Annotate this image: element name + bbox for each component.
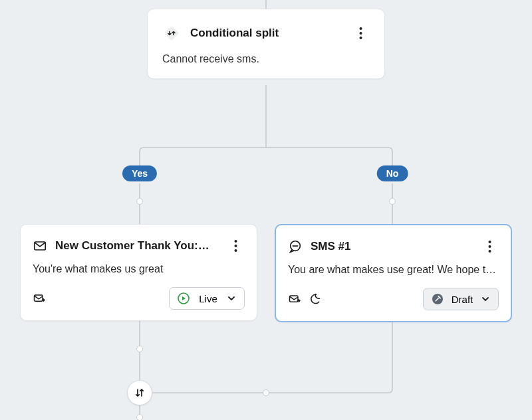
svg-point-20 xyxy=(488,241,491,243)
svg-point-12 xyxy=(359,37,362,39)
svg-point-14 xyxy=(234,240,237,243)
email-preview-text: You're what makes us great xyxy=(33,263,245,275)
smart-send-icon xyxy=(288,292,301,306)
chevron-down-icon xyxy=(227,294,236,303)
sms-icon xyxy=(288,239,303,254)
email-title: New Customer Thank You:… xyxy=(55,239,218,253)
svg-point-16 xyxy=(234,249,237,252)
branch-label-yes: Yes xyxy=(122,165,157,181)
email-more-button[interactable] xyxy=(226,237,245,255)
connector-dot xyxy=(263,389,269,396)
svg-point-11 xyxy=(359,32,362,35)
svg-point-15 xyxy=(234,245,237,247)
email-status-label: Live xyxy=(196,293,220,304)
svg-rect-23 xyxy=(290,296,299,302)
sms-status-select[interactable]: Draft xyxy=(423,288,499,310)
svg-point-10 xyxy=(359,27,362,30)
connector-dot xyxy=(136,346,143,352)
status-live-icon xyxy=(178,292,190,304)
merge-icon xyxy=(134,387,146,399)
more-vertical-icon xyxy=(234,239,237,253)
svg-rect-17 xyxy=(35,295,43,301)
svg-rect-9 xyxy=(164,26,180,41)
sms-title: SMS #1 xyxy=(311,240,472,253)
svg-point-21 xyxy=(488,245,491,248)
connector-dot xyxy=(136,198,143,205)
branch-label-no: No xyxy=(377,165,408,181)
email-node[interactable]: New Customer Thank You:… You're what mak… xyxy=(20,224,257,321)
svg-point-22 xyxy=(488,250,491,253)
split-icon xyxy=(162,24,181,43)
sms-status-label: Draft xyxy=(450,294,474,305)
chevron-down-icon xyxy=(481,294,490,304)
split-condition-text: Cannot receive sms. xyxy=(162,53,370,65)
mail-icon xyxy=(33,239,47,253)
merge-node[interactable] xyxy=(127,380,152,405)
conditional-split-node[interactable]: Conditional split Cannot receive sms. xyxy=(147,9,385,79)
status-draft-icon xyxy=(432,293,444,305)
sms-preview-text: You are what makes use great! We hope t… xyxy=(288,264,499,276)
sms-more-button[interactable] xyxy=(480,237,499,256)
split-title: Conditional split xyxy=(190,27,342,40)
more-vertical-icon xyxy=(488,240,491,253)
smart-send-icon xyxy=(33,292,46,305)
split-more-button[interactable] xyxy=(351,24,370,43)
email-status-select[interactable]: Live xyxy=(169,287,245,310)
sms-node[interactable]: SMS #1 You are what makes use great! We … xyxy=(275,224,512,322)
connector-dot xyxy=(136,414,143,420)
more-vertical-icon xyxy=(359,27,362,40)
quiet-hours-icon xyxy=(308,292,321,306)
connector-dot xyxy=(389,198,396,205)
